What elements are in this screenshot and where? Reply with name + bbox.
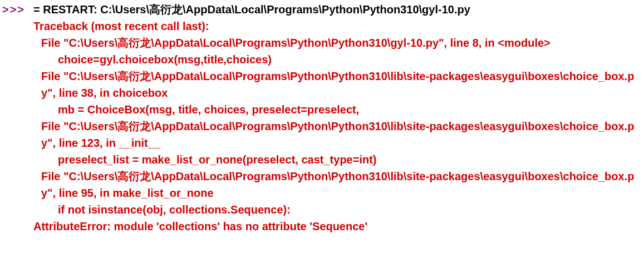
traceback-frame-code: mb = ChoiceBox(msg, title, choices, pres… — [33, 101, 642, 118]
traceback-error: AttributeError: module 'collections' has… — [33, 218, 642, 235]
traceback-frame-code: choice=gyl.choicebox(msg,title,choices) — [33, 51, 642, 68]
traceback-frame-location: File "C:\Users\高衍龙\AppData\Local\Program… — [33, 68, 642, 101]
restart-line: = RESTART: C:\Users\高衍龙\AppData\Local\Pr… — [33, 1, 642, 18]
traceback-frame-code: if not isinstance(obj, collections.Seque… — [33, 201, 642, 218]
restart-prefix: = RESTART: — [33, 3, 100, 16]
traceback-frame-location: File "C:\Users\高衍龙\AppData\Local\Program… — [33, 168, 642, 201]
shell-output-body: = RESTART: C:\Users\高衍龙\AppData\Local\Pr… — [33, 1, 642, 235]
traceback-header: Traceback (most recent call last): — [33, 18, 642, 34]
restart-path: C:\Users\高衍龙\AppData\Local\Programs\Pyth… — [100, 3, 470, 16]
traceback-block: Traceback (most recent call last): File … — [33, 18, 642, 235]
traceback-frame-location: File "C:\Users\高衍龙\AppData\Local\Program… — [33, 118, 642, 151]
shell-prompt: >>> — [2, 1, 33, 18]
traceback-frame-location: File "C:\Users\高衍龙\AppData\Local\Program… — [33, 34, 642, 51]
idle-shell-output: >>> = RESTART: C:\Users\高衍龙\AppData\Loca… — [2, 1, 642, 235]
traceback-frame-code: preselect_list = make_list_or_none(prese… — [33, 151, 642, 168]
